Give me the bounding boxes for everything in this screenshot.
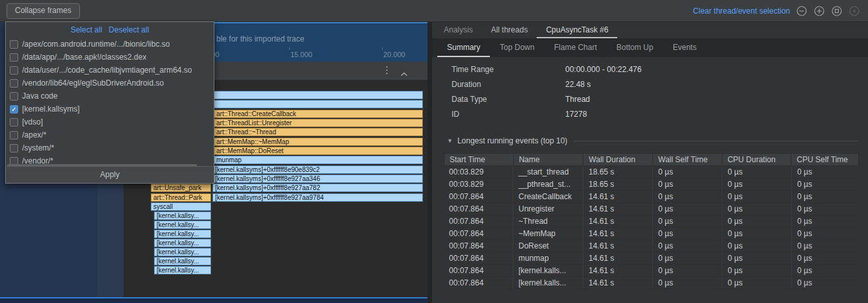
flame-bar-label: [kernel.kallsy... xyxy=(157,267,199,274)
flame-bar[interactable]: syscall xyxy=(151,202,211,211)
summary-row: Data TypeThread xyxy=(452,95,854,110)
zoom-out-icon[interactable] xyxy=(796,5,808,17)
filter-item[interactable]: /system/* xyxy=(6,141,214,154)
table-row[interactable]: 00:07.864[kernel.kalls...14.61 s0 µs0 µs… xyxy=(444,277,859,289)
chevron-up-icon[interactable] xyxy=(400,67,408,79)
apply-button[interactable]: Apply xyxy=(6,166,214,183)
filter-item[interactable]: /data/user/.../code_cache/libjvmtiagent_… xyxy=(6,64,214,77)
filter-checkbox[interactable] xyxy=(10,53,18,62)
filter-item[interactable]: /vendor/lib64/egl/eglSubDriverAndroid.so xyxy=(6,77,214,90)
reset-zoom-icon[interactable] xyxy=(831,5,843,17)
filter-item-label: /system/* xyxy=(22,143,54,152)
filter-item-label: /data/app/.../base.apk!/classes2.dex xyxy=(22,53,146,62)
section-collapse-icon[interactable] xyxy=(447,138,453,144)
column-header[interactable]: Name xyxy=(514,154,584,165)
subtab-top-down[interactable]: Top Down xyxy=(490,38,544,57)
panel-divider[interactable] xyxy=(428,21,432,303)
flame-bar[interactable]: art::Unsafe_park xyxy=(151,184,211,192)
summary-list: Time Range00:00.000 - 00:22.476Duration2… xyxy=(452,65,854,125)
flame-bar-label: [kernel.kallsy... xyxy=(157,230,199,237)
table-cell: 14.61 s xyxy=(583,252,653,264)
summary-row: ID17278 xyxy=(452,110,854,125)
bottom-track-strip xyxy=(0,298,428,303)
table-row[interactable]: 00:07.864munmap14.61 s0 µs0 µs0 µs xyxy=(444,252,859,265)
table-cell: 0 µs xyxy=(653,166,722,178)
column-header[interactable]: CPU Self Time xyxy=(791,154,858,165)
flame-bar[interactable]: [kernel.kallsy... xyxy=(154,212,211,220)
column-header[interactable]: Wall Self Time xyxy=(653,154,722,165)
flame-bar[interactable]: [kernel.kallsyms]+0xffffff8e90e839c2 xyxy=(212,165,423,174)
kebab-menu-icon[interactable] xyxy=(382,65,392,75)
column-header[interactable]: Wall Duration xyxy=(583,154,653,165)
table-row[interactable]: 00:03.829__start_thread18.65 s0 µs0 µs0 … xyxy=(444,166,859,178)
filter-checkbox[interactable] xyxy=(10,144,18,152)
flame-bar[interactable]: art::Thread::Park xyxy=(151,193,211,202)
filter-checkbox[interactable] xyxy=(10,131,18,139)
events-section-header: Longest running events (top 10) xyxy=(447,136,859,146)
subtab-summary[interactable]: Summary xyxy=(437,38,490,57)
table-row[interactable]: 00:03.829__pthread_st...18.65 s0 µs0 µs0… xyxy=(444,178,859,191)
subtab-bottom-up[interactable]: Bottom Up xyxy=(607,38,663,57)
flame-bar-label: art::ThreadList::Unregister xyxy=(216,119,292,127)
flame-bar[interactable]: [kernel.kallsy... xyxy=(154,230,211,238)
flame-bar[interactable]: [kernel.kallsyms]+0xffffff8e927aa782 xyxy=(212,184,423,192)
table-cell: 0 µs xyxy=(653,277,722,289)
table-row[interactable]: 00:07.864[kernel.kalls...14.61 s0 µs0 µs… xyxy=(444,265,859,277)
table-cell: 14.61 s xyxy=(583,240,653,252)
collapse-frames-button[interactable]: Collapse frames xyxy=(6,3,80,19)
flame-bar[interactable]: [kernel.kallsyms]+0xffffff8e927aa9784 xyxy=(212,193,423,202)
column-header[interactable]: Start Time xyxy=(444,154,514,165)
tab-cpuasynctask-6[interactable]: CpuAsyncTask #6 xyxy=(537,21,617,38)
subtab-flame-chart[interactable]: Flame Chart xyxy=(544,38,607,57)
deselect-all-link[interactable]: Deselect all xyxy=(108,25,149,34)
analysis-panel: AnalysisAll threadsCpuAsyncTask #6 Summa… xyxy=(432,21,868,303)
filter-checkbox[interactable] xyxy=(10,118,18,127)
filter-item[interactable]: /apex/* xyxy=(6,128,214,141)
timeline-tick-mark xyxy=(382,47,383,50)
filter-item-label: Java code xyxy=(22,91,58,101)
filter-item[interactable]: [vdso] xyxy=(6,115,214,128)
flame-bar[interactable]: [kernel.kallsy... xyxy=(154,221,211,229)
flame-bar[interactable]: [kernel.kallsy... xyxy=(154,239,211,247)
filter-checkbox[interactable] xyxy=(10,92,18,101)
filter-checkbox[interactable] xyxy=(10,79,18,88)
table-cell: 0 µs xyxy=(792,252,859,264)
zoom-to-selection-icon[interactable] xyxy=(849,5,860,17)
table-row[interactable]: 00:07.864Unregister14.61 s0 µs0 µs0 µs xyxy=(444,203,859,215)
table-cell: 00:03.829 xyxy=(444,166,513,178)
filter-item[interactable]: [kernel.kallsyms] xyxy=(6,103,214,115)
flame-bar-label: [kernel.kallsyms]+0xffffff8e927aa9784 xyxy=(215,194,324,201)
flame-bar[interactable]: [kernel.kallsy... xyxy=(154,248,211,256)
filter-item-label: /apex/com.android.runtime/.../bionic/lib… xyxy=(22,40,170,49)
table-row[interactable]: 00:07.864CreateCallback14.61 s0 µs0 µs0 … xyxy=(444,191,859,203)
filter-item[interactable]: /apex/com.android.runtime/.../bionic/lib… xyxy=(6,38,214,51)
filter-checkbox[interactable] xyxy=(10,105,18,114)
subtab-events[interactable]: Events xyxy=(663,38,706,57)
select-all-link[interactable]: Select all xyxy=(71,25,103,34)
table-cell: 0 µs xyxy=(722,215,792,227)
filter-item[interactable]: /data/app/.../base.apk!/classes2.dex xyxy=(6,51,214,64)
flame-bar-label: [kernel.kallsy... xyxy=(157,258,199,265)
zoom-in-icon[interactable] xyxy=(813,5,825,17)
filter-list: /apex/com.android.runtime/.../bionic/lib… xyxy=(6,38,214,167)
clear-selection-link[interactable]: Clear thread/event selection xyxy=(693,6,790,16)
table-row[interactable]: 00:07.864DoReset14.61 s0 µs0 µs0 µs xyxy=(444,240,859,252)
events-table-body: 00:03.829__start_thread18.65 s0 µs0 µs0 … xyxy=(444,166,859,289)
flame-bar-label: art::Thread::Park xyxy=(153,194,202,201)
flame-bar[interactable]: [kernel.kallsy... xyxy=(154,266,211,274)
filter-item[interactable]: Java code xyxy=(6,90,214,103)
filter-checkbox[interactable] xyxy=(10,40,18,49)
column-header[interactable]: CPU Duration xyxy=(722,154,792,165)
timeline-tick-label: 15.000 xyxy=(290,51,313,58)
filter-checkbox[interactable] xyxy=(10,66,18,75)
table-row[interactable]: 00:07.864~Thread14.61 s0 µs0 µs0 µs xyxy=(444,215,859,228)
timeline-tick-label: 20.000 xyxy=(383,51,405,58)
flame-bar[interactable]: [kernel.kallsyms]+0xffffff8e927aa346 xyxy=(212,175,423,183)
flame-bar-label: art::Unsafe_park xyxy=(153,184,201,191)
flame-bar[interactable]: [kernel.kallsy... xyxy=(154,257,211,265)
tab-all-threads[interactable]: All threads xyxy=(482,21,537,38)
sub-tabs: SummaryTop DownFlame ChartBottom UpEvent… xyxy=(432,38,868,57)
summary-label: Duration xyxy=(452,80,565,89)
tab-analysis[interactable]: Analysis xyxy=(435,21,482,38)
table-row[interactable]: 00:07.864~MemMap14.61 s0 µs0 µs0 µs xyxy=(444,228,859,240)
